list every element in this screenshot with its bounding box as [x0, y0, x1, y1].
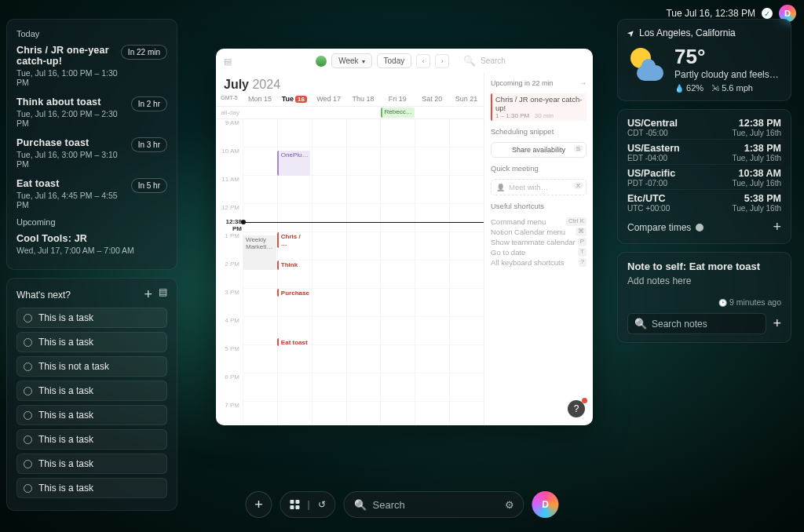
- calendar-cell[interactable]: [277, 119, 312, 148]
- add-task-icon[interactable]: [144, 286, 152, 303]
- calendar-cell[interactable]: [415, 232, 449, 261]
- calendar-cell[interactable]: [449, 402, 484, 425]
- calendar-cell[interactable]: [312, 289, 346, 317]
- task-item[interactable]: This is a task: [16, 332, 167, 352]
- calendar-cell[interactable]: [346, 119, 381, 148]
- calendar-event[interactable]: Purchase: [277, 289, 310, 297]
- day-header-today[interactable]: Tue16: [277, 95, 312, 103]
- share-availability-button[interactable]: Share availabilityS: [491, 142, 587, 158]
- calendar-cell[interactable]: [312, 345, 346, 373]
- dock-search-input[interactable]: Search: [344, 491, 524, 518]
- calendar-account-icon[interactable]: [316, 56, 327, 67]
- calendar-event[interactable]: Weekly Marketi…: [243, 235, 276, 270]
- calendar-cell[interactable]: [243, 119, 277, 148]
- calendar-cell[interactable]: [380, 317, 415, 345]
- task-item[interactable]: This is a task: [16, 405, 167, 425]
- task-checkbox[interactable]: [24, 411, 32, 420]
- calendar-cell[interactable]: [312, 148, 346, 176]
- open-upcoming-icon[interactable]: →: [579, 79, 587, 87]
- calendar-event[interactable]: Chris / …1 – 1:30 PM: [277, 232, 310, 248]
- gear-icon[interactable]: [505, 499, 514, 511]
- calendar-cell[interactable]: [380, 345, 415, 373]
- calendar-cell[interactable]: [380, 119, 415, 148]
- calendar-cell[interactable]: [277, 373, 312, 402]
- calendar-cell[interactable]: [380, 402, 415, 425]
- calendar-cell[interactable]: [415, 345, 449, 373]
- calendar-cell[interactable]: [346, 232, 381, 261]
- calendar-cell[interactable]: [449, 119, 484, 148]
- help-button[interactable]: ?: [568, 400, 585, 417]
- day-header[interactable]: Sun 21: [449, 95, 484, 103]
- task-checkbox[interactable]: [24, 314, 32, 322]
- timezone-row[interactable]: US/PacificPDT -07:00 10:38 AMTue, July 1…: [627, 164, 781, 189]
- calendar-cell[interactable]: [449, 345, 484, 373]
- calendar-event[interactable]: Eat toast: [277, 338, 310, 346]
- calendar-cell[interactable]: [346, 402, 381, 425]
- calendar-cell[interactable]: [312, 373, 346, 402]
- calendar-cell[interactable]: [415, 289, 449, 317]
- calendar-cell[interactable]: [449, 317, 484, 345]
- task-item[interactable]: This is a task: [16, 454, 167, 474]
- calendar-cell[interactable]: [346, 148, 381, 176]
- agenda-item[interactable]: Think about toastTue, Jul 16, 2:00 PM – …: [16, 93, 167, 134]
- calendar-cell[interactable]: [312, 176, 346, 204]
- meet-with-input[interactable]: Meet with…X: [491, 179, 587, 195]
- agenda-item[interactable]: Purchase toastTue, Jul 16, 3:00 PM – 3:1…: [16, 134, 167, 175]
- prev-week-button[interactable]: ‹: [416, 54, 430, 68]
- shortcut-item[interactable]: Notion Calendar menu⌘: [491, 227, 587, 237]
- calendar-cell[interactable]: [380, 261, 415, 289]
- day-header[interactable]: Sat 20: [415, 95, 449, 103]
- calendar-cell[interactable]: [415, 261, 449, 289]
- calendar-cell[interactable]: [243, 176, 277, 204]
- calendar-cell[interactable]: [449, 289, 484, 317]
- calendar-cell[interactable]: [380, 289, 415, 317]
- calendar-cell[interactable]: [380, 232, 415, 261]
- calendar-cell[interactable]: [312, 119, 346, 148]
- shortcut-item[interactable]: Command menuCtrl K: [491, 217, 587, 227]
- calendar-cell[interactable]: [380, 148, 415, 176]
- calendar-cell[interactable]: [277, 204, 312, 232]
- notes-search-input[interactable]: Search notes: [627, 313, 766, 334]
- calendar-cell[interactable]: [415, 317, 449, 345]
- day-header[interactable]: Fri 19: [380, 95, 415, 103]
- calendar-cell[interactable]: [243, 204, 277, 232]
- calendar-cell[interactable]: [346, 317, 381, 345]
- calendar-cell[interactable]: [415, 373, 449, 402]
- task-checkbox[interactable]: [24, 460, 32, 468]
- task-item[interactable]: This is a task: [16, 429, 167, 450]
- task-checkbox[interactable]: [24, 435, 32, 444]
- calendar-cell[interactable]: [243, 289, 277, 317]
- calendar-cell[interactable]: [449, 148, 484, 176]
- dock-add-button[interactable]: [245, 491, 272, 518]
- note-title[interactable]: Note to self: Eat more toast: [627, 261, 781, 272]
- calendar-search-input[interactable]: Search: [481, 56, 506, 65]
- calendar-cell[interactable]: [415, 204, 449, 232]
- day-header[interactable]: Thu 18: [346, 95, 381, 103]
- calendar-cell[interactable]: [415, 119, 449, 148]
- timezone-row[interactable]: US/CentralCDT -05:00 12:38 PMTue, July 1…: [627, 118, 781, 139]
- task-checkbox[interactable]: [24, 338, 32, 347]
- task-item[interactable]: This is a task: [16, 381, 167, 401]
- calendar-grid[interactable]: 9 AM10 AM11 AM12 PM1 PM2 PM3 PM4 PM5 PM6…: [216, 119, 484, 425]
- timezone-row[interactable]: US/EasternEDT -04:00 1:38 PMTue, July 16…: [627, 139, 781, 164]
- calendar-cell[interactable]: [243, 148, 277, 176]
- calendar-cell[interactable]: [312, 317, 346, 345]
- shortcut-item[interactable]: Go to dateT: [491, 247, 587, 257]
- calendar-cell[interactable]: [346, 176, 381, 204]
- task-checkbox[interactable]: [24, 387, 32, 395]
- add-note-icon[interactable]: [773, 315, 781, 332]
- calendar-cell[interactable]: [312, 204, 346, 232]
- calendar-cell[interactable]: [449, 232, 484, 261]
- calendar-cell[interactable]: [243, 402, 277, 425]
- day-header[interactable]: Mon 15: [243, 95, 277, 103]
- task-checkbox[interactable]: [24, 484, 32, 493]
- calendar-cell[interactable]: [415, 176, 449, 204]
- calendar-cell[interactable]: [449, 176, 484, 204]
- allday-event[interactable]: Rebecc…: [381, 107, 415, 118]
- today-button[interactable]: Today: [377, 53, 412, 68]
- calendar-event[interactable]: OnePlu…: [277, 151, 310, 176]
- calendar-cell[interactable]: [346, 261, 381, 289]
- calendar-cell[interactable]: [346, 373, 381, 402]
- calendar-cell[interactable]: [312, 402, 346, 425]
- day-header[interactable]: Wed 17: [312, 95, 346, 103]
